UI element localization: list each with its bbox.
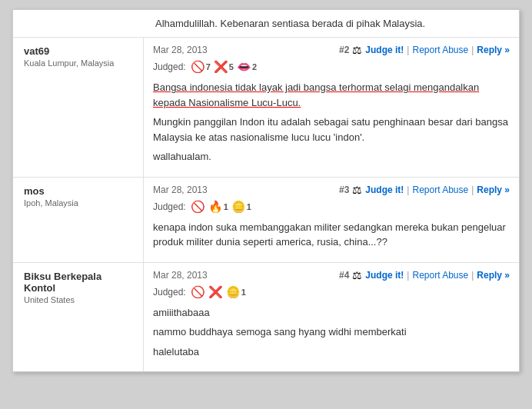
comment-number: #3 xyxy=(339,185,349,195)
emoji-badge: ❌5 xyxy=(214,60,234,74)
judged-row: Judged:🚫🔥1🪙1 xyxy=(153,200,510,214)
emoji-badge: 🪙1 xyxy=(231,200,251,214)
emoji-badge: 🪙1 xyxy=(226,285,246,299)
judged-label: Judged: xyxy=(153,62,186,72)
comment-meta: Mar 28, 2013#2⚖Judge it!|Report Abuse|Re… xyxy=(153,44,510,56)
comment-number: #2 xyxy=(339,45,349,55)
emoji-symbol: 🪙 xyxy=(231,200,246,214)
judged-label: Judged: xyxy=(153,287,186,298)
report-abuse-link[interactable]: Report Abuse xyxy=(412,45,468,55)
comment-text: kenapa indon suka membanggakan militer s… xyxy=(153,220,510,250)
emoji-count: 1 xyxy=(241,288,246,297)
intro-row: Alhamdulillah. Kebenaran sentiasa berada… xyxy=(13,10,519,38)
emoji-symbol: 🪙 xyxy=(226,285,241,299)
comment-meta: Mar 28, 2013#4⚖Judge it!|Report Abuse|Re… xyxy=(153,269,510,281)
intro-text: Alhamdulillah. Kebenaran sentiasa berada… xyxy=(155,18,425,29)
content-col: Mar 28, 2013#2⚖Judge it!|Report Abuse|Re… xyxy=(144,38,519,177)
user-location: United States xyxy=(24,295,135,304)
comment-date: Mar 28, 2013 xyxy=(153,270,208,281)
username: vat69 xyxy=(24,45,135,57)
separator: | xyxy=(407,185,409,195)
user-location: Ipoh, Malaysia xyxy=(24,198,135,208)
emoji-symbol: 🚫 xyxy=(191,60,205,74)
comment-actions: #2⚖Judge it!|Report Abuse|Reply » xyxy=(339,44,510,56)
separator: | xyxy=(407,270,409,281)
emoji-symbol: ❌ xyxy=(214,60,228,74)
judge-link[interactable]: Judge it! xyxy=(365,185,404,195)
report-abuse-link[interactable]: Report Abuse xyxy=(412,270,468,281)
emoji-symbol: 🚫 xyxy=(191,200,205,214)
comment-paragraph: amiiithabaaa xyxy=(153,305,510,321)
reply-link[interactable]: Reply » xyxy=(477,270,510,281)
user-col: vat69Kuala Lumpur, Malaysia xyxy=(13,38,144,177)
gavel-icon: ⚖ xyxy=(352,184,362,196)
emoji-badge: 🚫 xyxy=(191,285,205,299)
comment-actions: #4⚖Judge it!|Report Abuse|Reply » xyxy=(339,269,510,281)
reply-link[interactable]: Reply » xyxy=(477,45,510,55)
separator: | xyxy=(471,185,474,195)
emoji-count: 7 xyxy=(206,62,211,71)
emoji-badge: 🔥1 xyxy=(208,200,228,214)
comment-row: vat69Kuala Lumpur, MalaysiaMar 28, 2013#… xyxy=(13,38,519,178)
emoji-badge: 👄2 xyxy=(237,60,257,74)
reply-link[interactable]: Reply » xyxy=(477,185,510,195)
user-col: mosIpoh, Malaysia xyxy=(13,178,144,262)
separator: | xyxy=(471,45,474,55)
judged-row: Judged:🚫7❌5👄2 xyxy=(153,60,510,74)
comments-container: vat69Kuala Lumpur, MalaysiaMar 28, 2013#… xyxy=(13,38,519,371)
judged-label: Judged: xyxy=(153,201,186,212)
comment-text: Bangsa indonesia tidak layak jadi bangsa… xyxy=(153,80,510,165)
comment-paragraph: nammo buddhaya semoga sang hyang widhi m… xyxy=(153,324,510,340)
comment-row: Biksu Berkepala KontolUnited StatesMar 2… xyxy=(13,263,519,372)
comment-paragraph: Mungkin panggilan Indon itu adalah sebag… xyxy=(153,115,510,145)
gavel-icon: ⚖ xyxy=(352,269,362,281)
comment-paragraph: wallahualam. xyxy=(153,149,510,165)
report-abuse-link[interactable]: Report Abuse xyxy=(412,185,468,195)
judged-row: Judged:🚫❌🪙1 xyxy=(153,285,510,299)
separator: | xyxy=(407,45,409,55)
username: mos xyxy=(24,185,135,197)
emoji-count: 1 xyxy=(224,202,228,211)
gavel-icon: ⚖ xyxy=(352,44,362,56)
emoji-count: 2 xyxy=(252,62,257,71)
emoji-symbol: 👄 xyxy=(237,60,251,74)
comment-paragraph: Bangsa indonesia tidak layak jadi bangsa… xyxy=(153,80,510,110)
comment-actions: #3⚖Judge it!|Report Abuse|Reply » xyxy=(339,184,510,196)
separator: | xyxy=(471,270,474,281)
comment-paragraph: halelutaba xyxy=(153,344,510,360)
user-col: Biksu Berkepala KontolUnited States xyxy=(13,263,144,372)
content-col: Mar 28, 2013#4⚖Judge it!|Report Abuse|Re… xyxy=(144,263,519,372)
comment-paragraph: kenapa indon suka membanggakan militer s… xyxy=(153,220,510,250)
emoji-symbol: 🔥 xyxy=(208,200,223,214)
comment-date: Mar 28, 2013 xyxy=(153,185,208,195)
comment-text: amiiithabaaanammo buddhaya semoga sang h… xyxy=(153,305,510,360)
comment-date: Mar 28, 2013 xyxy=(153,45,208,55)
emoji-badge: 🚫7 xyxy=(191,60,211,74)
comment-meta: Mar 28, 2013#3⚖Judge it!|Report Abuse|Re… xyxy=(153,184,510,196)
comment-number: #4 xyxy=(339,270,349,281)
user-location: Kuala Lumpur, Malaysia xyxy=(24,58,135,68)
emoji-badge: ❌ xyxy=(208,285,223,299)
emoji-count: 5 xyxy=(229,62,234,71)
emoji-symbol: ❌ xyxy=(208,285,223,299)
judge-link[interactable]: Judge it! xyxy=(365,45,404,55)
page-container: Alhamdulillah. Kebenaran sentiasa berada… xyxy=(12,9,520,372)
content-col: Mar 28, 2013#3⚖Judge it!|Report Abuse|Re… xyxy=(144,178,519,262)
comment-row: mosIpoh, MalaysiaMar 28, 2013#3⚖Judge it… xyxy=(13,178,519,263)
judge-link[interactable]: Judge it! xyxy=(365,270,404,281)
emoji-count: 1 xyxy=(247,202,251,211)
emoji-symbol: 🚫 xyxy=(191,285,205,299)
emoji-badge: 🚫 xyxy=(191,200,205,214)
username: Biksu Berkepala Kontol xyxy=(24,271,135,294)
